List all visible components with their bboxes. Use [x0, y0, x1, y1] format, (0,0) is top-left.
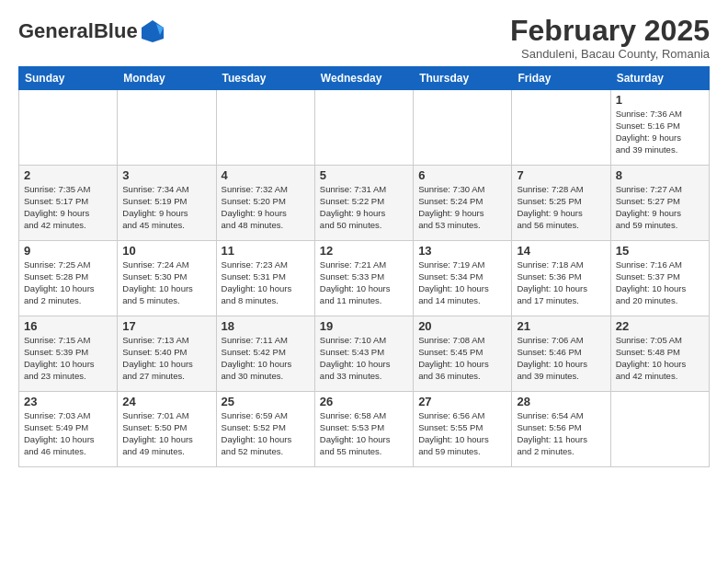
calendar-page: GeneralBlue February 2025 Sanduleni, Bac…	[0, 0, 728, 477]
calendar-header-row: SundayMondayTuesdayWednesdayThursdayFrid…	[19, 67, 710, 90]
day-number: 2	[24, 168, 112, 182]
day-number: 20	[418, 319, 506, 333]
day-number: 15	[616, 244, 704, 258]
col-header-saturday: Saturday	[610, 67, 709, 90]
day-info: Sunrise: 7:03 AM Sunset: 5:49 PM Dayligh…	[24, 410, 112, 457]
day-cell: 15Sunrise: 7:16 AM Sunset: 5:37 PM Dayli…	[610, 241, 709, 316]
day-cell: 7Sunrise: 7:28 AM Sunset: 5:25 PM Daylig…	[512, 166, 610, 241]
day-number: 27	[418, 395, 506, 408]
day-number: 11	[222, 244, 310, 258]
day-info: Sunrise: 7:11 AM Sunset: 5:42 PM Dayligh…	[222, 335, 310, 382]
day-info: Sunrise: 7:18 AM Sunset: 5:36 PM Dayligh…	[517, 259, 605, 306]
week-row-4: 16Sunrise: 7:15 AM Sunset: 5:39 PM Dayli…	[19, 316, 710, 392]
day-number: 13	[418, 244, 506, 258]
day-info: Sunrise: 7:31 AM Sunset: 5:22 PM Dayligh…	[320, 184, 408, 231]
day-cell: 4Sunrise: 7:32 AM Sunset: 5:20 PM Daylig…	[216, 166, 314, 241]
logo-icon	[140, 18, 165, 44]
header: GeneralBlue February 2025 Sanduleni, Bac…	[18, 15, 710, 61]
day-cell: 13Sunrise: 7:19 AM Sunset: 5:34 PM Dayli…	[414, 241, 512, 316]
day-info: Sunrise: 7:35 AM Sunset: 5:17 PM Dayligh…	[24, 184, 112, 231]
day-cell: 19Sunrise: 7:10 AM Sunset: 5:43 PM Dayli…	[314, 316, 413, 392]
day-cell: 1Sunrise: 7:36 AM Sunset: 5:16 PM Daylig…	[610, 90, 709, 166]
col-header-tuesday: Tuesday	[216, 67, 314, 90]
day-info: Sunrise: 7:27 AM Sunset: 5:27 PM Dayligh…	[616, 184, 704, 231]
day-cell: 24Sunrise: 7:01 AM Sunset: 5:50 PM Dayli…	[118, 392, 216, 467]
day-info: Sunrise: 7:10 AM Sunset: 5:43 PM Dayligh…	[320, 335, 408, 382]
day-number: 12	[320, 244, 408, 258]
day-cell: 16Sunrise: 7:15 AM Sunset: 5:39 PM Dayli…	[19, 316, 118, 392]
day-cell: 18Sunrise: 7:11 AM Sunset: 5:42 PM Dayli…	[216, 316, 314, 392]
day-number: 5	[320, 168, 408, 182]
day-cell: 10Sunrise: 7:24 AM Sunset: 5:30 PM Dayli…	[118, 241, 216, 316]
day-cell: 23Sunrise: 7:03 AM Sunset: 5:49 PM Dayli…	[19, 392, 118, 467]
day-number: 10	[122, 244, 210, 258]
day-info: Sunrise: 7:19 AM Sunset: 5:34 PM Dayligh…	[418, 259, 506, 306]
day-number: 14	[517, 244, 605, 258]
day-cell	[314, 90, 413, 166]
day-info: Sunrise: 7:21 AM Sunset: 5:33 PM Dayligh…	[320, 259, 408, 306]
day-info: Sunrise: 7:24 AM Sunset: 5:30 PM Dayligh…	[122, 259, 210, 306]
day-info: Sunrise: 7:08 AM Sunset: 5:45 PM Dayligh…	[418, 335, 506, 382]
day-info: Sunrise: 7:32 AM Sunset: 5:20 PM Dayligh…	[222, 184, 310, 231]
week-row-5: 23Sunrise: 7:03 AM Sunset: 5:49 PM Dayli…	[19, 392, 710, 467]
day-number: 19	[320, 319, 408, 333]
day-number: 1	[616, 93, 704, 107]
day-cell: 22Sunrise: 7:05 AM Sunset: 5:48 PM Dayli…	[610, 316, 709, 392]
col-header-thursday: Thursday	[414, 67, 512, 90]
day-number: 7	[517, 168, 605, 182]
day-cell	[512, 90, 610, 166]
day-cell: 21Sunrise: 7:06 AM Sunset: 5:46 PM Dayli…	[512, 316, 610, 392]
day-info: Sunrise: 7:05 AM Sunset: 5:48 PM Dayligh…	[616, 335, 704, 382]
day-number: 16	[24, 319, 112, 333]
day-number: 8	[616, 168, 704, 182]
day-number: 28	[517, 395, 605, 408]
day-cell: 20Sunrise: 7:08 AM Sunset: 5:45 PM Dayli…	[414, 316, 512, 392]
logo-general: General	[18, 19, 94, 42]
day-number: 4	[222, 168, 310, 182]
day-cell: 8Sunrise: 7:27 AM Sunset: 5:27 PM Daylig…	[610, 166, 709, 241]
day-info: Sunrise: 6:56 AM Sunset: 5:55 PM Dayligh…	[418, 410, 506, 457]
day-info: Sunrise: 7:36 AM Sunset: 5:16 PM Dayligh…	[616, 109, 704, 155]
title-area: February 2025 Sanduleni, Bacau County, R…	[510, 15, 710, 61]
day-cell	[118, 90, 216, 166]
day-info: Sunrise: 6:58 AM Sunset: 5:53 PM Dayligh…	[320, 410, 408, 457]
day-cell: 28Sunrise: 6:54 AM Sunset: 5:56 PM Dayli…	[512, 392, 610, 467]
day-number: 18	[222, 319, 310, 333]
logo-blue: Blue	[94, 19, 138, 42]
col-header-sunday: Sunday	[19, 67, 118, 90]
day-info: Sunrise: 7:34 AM Sunset: 5:19 PM Dayligh…	[122, 184, 210, 231]
day-info: Sunrise: 6:59 AM Sunset: 5:52 PM Dayligh…	[222, 410, 310, 457]
calendar-table: SundayMondayTuesdayWednesdayThursdayFrid…	[18, 66, 710, 467]
day-number: 23	[24, 395, 112, 408]
day-number: 26	[320, 395, 408, 408]
day-info: Sunrise: 7:06 AM Sunset: 5:46 PM Dayligh…	[517, 335, 605, 382]
day-cell: 11Sunrise: 7:23 AM Sunset: 5:31 PM Dayli…	[216, 241, 314, 316]
day-cell: 12Sunrise: 7:21 AM Sunset: 5:33 PM Dayli…	[314, 241, 413, 316]
day-cell	[19, 90, 118, 166]
day-cell: 2Sunrise: 7:35 AM Sunset: 5:17 PM Daylig…	[19, 166, 118, 241]
day-cell	[610, 392, 709, 467]
day-info: Sunrise: 7:01 AM Sunset: 5:50 PM Dayligh…	[122, 410, 210, 457]
day-info: Sunrise: 7:16 AM Sunset: 5:37 PM Dayligh…	[616, 259, 704, 306]
calendar-subtitle: Sanduleni, Bacau County, Romania	[510, 47, 710, 61]
day-info: Sunrise: 7:15 AM Sunset: 5:39 PM Dayligh…	[24, 335, 112, 382]
week-row-1: 1Sunrise: 7:36 AM Sunset: 5:16 PM Daylig…	[19, 90, 710, 166]
day-number: 3	[122, 168, 210, 182]
day-number: 24	[122, 395, 210, 408]
day-number: 22	[616, 319, 704, 333]
day-cell: 9Sunrise: 7:25 AM Sunset: 5:28 PM Daylig…	[19, 241, 118, 316]
day-number: 6	[418, 168, 506, 182]
day-info: Sunrise: 7:28 AM Sunset: 5:25 PM Dayligh…	[517, 184, 605, 231]
day-cell: 25Sunrise: 6:59 AM Sunset: 5:52 PM Dayli…	[216, 392, 314, 467]
col-header-wednesday: Wednesday	[314, 67, 413, 90]
day-info: Sunrise: 7:25 AM Sunset: 5:28 PM Dayligh…	[24, 259, 112, 306]
day-info: Sunrise: 7:13 AM Sunset: 5:40 PM Dayligh…	[122, 335, 210, 382]
day-cell: 17Sunrise: 7:13 AM Sunset: 5:40 PM Dayli…	[118, 316, 216, 392]
day-number: 21	[517, 319, 605, 333]
day-cell: 14Sunrise: 7:18 AM Sunset: 5:36 PM Dayli…	[512, 241, 610, 316]
col-header-monday: Monday	[118, 67, 216, 90]
day-info: Sunrise: 6:54 AM Sunset: 5:56 PM Dayligh…	[517, 410, 605, 457]
day-cell: 5Sunrise: 7:31 AM Sunset: 5:22 PM Daylig…	[314, 166, 413, 241]
day-cell	[414, 90, 512, 166]
day-number: 25	[222, 395, 310, 408]
